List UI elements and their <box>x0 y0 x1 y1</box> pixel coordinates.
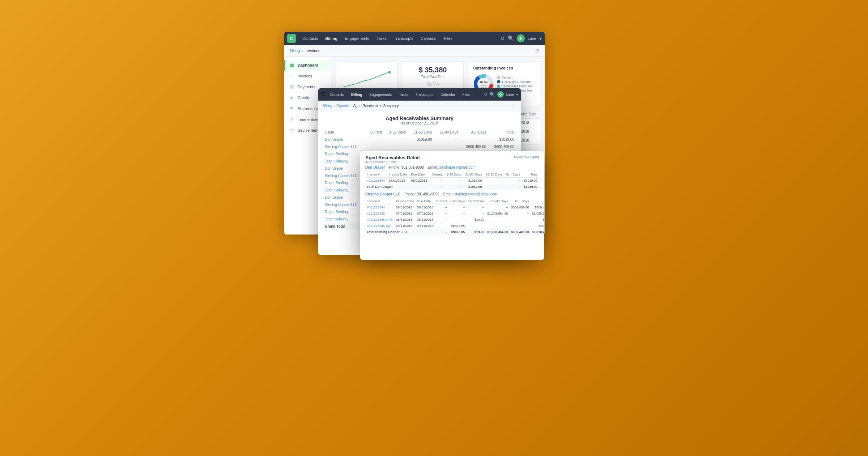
client-roger-sterling[interactable]: Roger Sterling <box>323 151 365 158</box>
inv-num-don-1[interactable]: #011223394 <box>365 178 387 184</box>
sc-inv-row-3: #011223345-mnth 08/11/2018 08/11/2018 --… <box>365 217 544 223</box>
client-joan-holloway-2[interactable]: Joan Holloway <box>323 187 365 194</box>
total-sterling-row: Total Sterling Cooper LLC -- $9078.85 $1… <box>365 229 544 235</box>
nav-calendar-2[interactable]: Calendar <box>438 91 458 98</box>
bc-billing-2[interactable]: Billing <box>323 104 332 108</box>
nav-engagements-2[interactable]: Engagements <box>367 91 395 98</box>
svg-text:30 Days: 30 Days <box>481 84 486 86</box>
more-icon-2[interactable]: ⋮ <box>511 103 516 109</box>
total-don-total: $1019.00 <box>522 184 539 190</box>
total-don-61plus: -- <box>504 184 522 190</box>
legend-31-60: 31-60 Days Past Due <box>497 84 533 88</box>
user-chevron-2[interactable]: ▾ <box>516 93 518 97</box>
nav-tasks-1[interactable]: Tasks <box>374 35 390 42</box>
th-sc-due: Due Date <box>416 198 435 204</box>
th-61-90: 61-90 Days <box>483 172 504 178</box>
client-sterling-cooper[interactable]: Sterling Cooper LLC <box>323 143 365 151</box>
th-sc-61plus: 61+ Days <box>510 198 531 204</box>
sc-1-30: -- <box>384 143 408 151</box>
logo-btn-1[interactable]: C <box>287 34 296 43</box>
legend-dot-31-60 <box>497 85 500 88</box>
due-date-don-1: 08/01/2018 <box>409 178 430 184</box>
statements-icon: ≣ <box>290 106 295 111</box>
client-don-draper-2[interactable]: Don Draper <box>323 165 365 172</box>
sc-91: $600,405.00 <box>460 143 489 151</box>
th-sc-inv: Invoice # <box>365 198 395 204</box>
summary-row-don-draper: Don Draper -- -- $1019.00 -- -- $1019.00 <box>323 136 516 143</box>
sterling-info: Sterling Cooper LLC Phone: 801-801-9090 … <box>365 192 539 196</box>
user-chevron-1[interactable]: ▾ <box>539 35 542 41</box>
sc-inv-3[interactable]: #011223345-mnth <box>365 217 395 223</box>
refresh-icon-2[interactable]: ↺ <box>484 92 488 97</box>
email-val-don: dondraper@gmail.com <box>439 165 475 169</box>
don-draper-inv-row: #011223394 08/01/2018 08/01/2018 -- -- $… <box>365 178 539 184</box>
sidebar-invoices[interactable]: ≡ Invoices <box>284 71 331 81</box>
nav-tasks-2[interactable]: Tasks <box>396 91 411 98</box>
breadcrumb-1: Billing › Invoices ⚙ <box>284 45 545 57</box>
logo-btn-2[interactable]: C <box>321 91 326 98</box>
customize-link[interactable]: Customize report <box>514 155 539 159</box>
bc-sep-2b: › <box>350 104 352 108</box>
window-aged-detail: Aged Receivables Detail as of October 25… <box>360 151 544 260</box>
nav-calendar-1[interactable]: Calendar <box>418 35 440 42</box>
add-btn-2[interactable]: + <box>497 91 504 98</box>
nav-billing-2[interactable]: Billing <box>348 91 365 98</box>
total-don-1-30: -- <box>444 184 463 190</box>
sc-inv-1[interactable]: #011223344 <box>365 204 395 211</box>
search-icon-2[interactable]: 🔍 <box>490 92 495 97</box>
sc-inv-4[interactable]: #011223345-pyrl <box>365 223 395 229</box>
client-joan-holloway-3[interactable]: Joan Holloway <box>323 216 365 223</box>
don-draper-name[interactable]: Don Draper <box>365 165 385 169</box>
th-1-30: 1-30 Days <box>444 172 463 178</box>
nav-transcripts-1[interactable]: Transcripts <box>391 35 416 42</box>
bc-reports-2[interactable]: Reports <box>336 104 349 108</box>
nav-files-1[interactable]: Files <box>441 35 455 42</box>
nav-billing-1[interactable]: Billing <box>322 35 340 42</box>
bc-sep-2a: › <box>334 104 335 108</box>
svg-text:$10,500: $10,500 <box>480 81 488 83</box>
total-don-draper-row: Total Don Draper -- -- $1019.00 -- -- $1… <box>365 184 539 190</box>
current-don-1: -- <box>430 178 444 184</box>
bc-sep-1: › <box>302 48 303 53</box>
total-don-1: $1019.00 <box>522 178 539 184</box>
payments-icon: ▤ <box>290 84 295 89</box>
client-roger-sterling-2[interactable]: Roger Sterling <box>323 180 365 187</box>
sidebar-dashboard[interactable]: ▦ Dashboard <box>284 60 331 71</box>
sterling-name[interactable]: Sterling Cooper LLC <box>365 192 400 196</box>
detail-header-row-sc: Invoice # Invoice Date Due Date Current … <box>365 198 544 204</box>
nav-transcripts-2[interactable]: Transcripts <box>413 91 436 98</box>
sidebar-time-label: Time entries <box>298 117 319 122</box>
sc-inv-2[interactable]: #011223345 <box>365 211 395 217</box>
search-icon-1[interactable]: 🔍 <box>508 35 514 41</box>
d31-60-don-1: $1019.00 <box>463 178 484 184</box>
client-sterling-cooper-2[interactable]: Sterling Cooper LLC <box>323 172 365 180</box>
total-don-61-90: -- <box>483 184 504 190</box>
client-roger-sterling-3[interactable]: Roger Sterling <box>323 208 365 216</box>
dd-1-30: -- <box>384 136 408 143</box>
detail-header-row: Invoice # Invoice Date Due Date Current … <box>365 172 539 178</box>
credits-icon: ◈ <box>290 95 295 100</box>
th-31-60: 31-60 Days <box>408 129 434 136</box>
th-current: Current <box>365 129 384 136</box>
add-btn-1[interactable]: + <box>517 34 525 42</box>
sidebar-invoices-label: Invoices <box>298 74 312 78</box>
client-joan-holloway[interactable]: Joan Holloway <box>323 158 365 165</box>
user-label-2: Lane <box>506 93 514 97</box>
client-don-draper[interactable]: Don Draper <box>323 136 365 143</box>
refresh-icon-1[interactable]: ↺ <box>501 35 505 41</box>
nav-engagements-1[interactable]: Engagements <box>342 35 372 42</box>
th-current: Current <box>430 172 444 178</box>
client-sterling-cooper-3[interactable]: Sterling Cooper LLC <box>323 201 365 208</box>
detail-table-don-draper: Invoice # Invoice Date Due Date Current … <box>365 172 539 190</box>
settings-icon-1[interactable]: ⚙ <box>535 48 540 54</box>
nav-files-2[interactable]: Files <box>460 91 473 98</box>
bc-billing-1[interactable]: Billing <box>289 48 300 53</box>
nav-contacts-2[interactable]: Contacts <box>327 91 347 98</box>
dd-current: -- <box>365 136 384 143</box>
th-sc-31-60: 31-60 Days <box>466 198 486 204</box>
nav-contacts-1[interactable]: Contacts <box>299 35 321 42</box>
legend-1-30: 1-30 Days Past Due <box>497 80 533 84</box>
client-don-draper-3[interactable]: Don Draper <box>323 194 365 201</box>
w3-header: Aged Receivables Detail as of October 25… <box>360 151 544 165</box>
sidebar-credits-label: Credits <box>298 96 310 100</box>
